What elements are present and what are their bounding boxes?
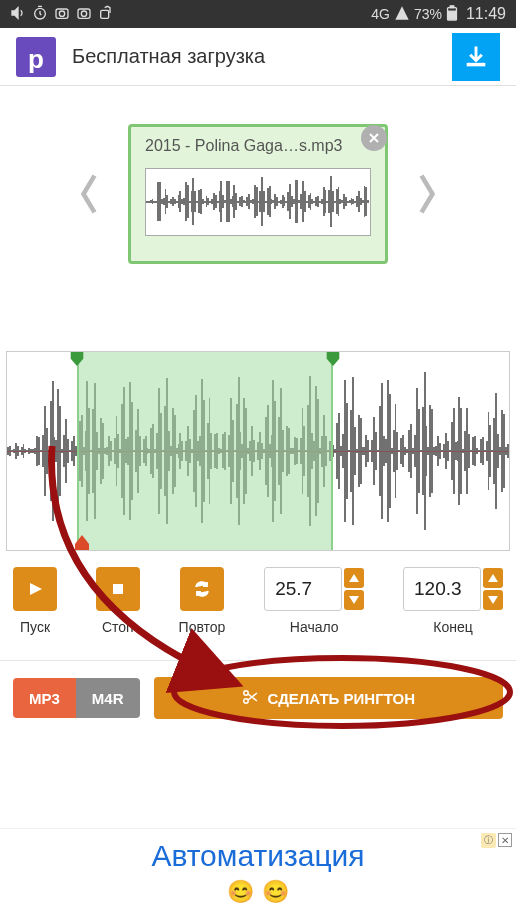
network-type: 4G [371,6,390,22]
svg-point-4 [81,11,86,16]
svg-rect-9 [113,584,123,594]
svg-point-2 [59,11,64,16]
close-file-button[interactable] [361,125,387,151]
scissors-icon [242,689,258,708]
file-name: 2015 - Polina Gaga…s.mp3 [145,137,371,155]
battery-text: 73% [414,6,442,22]
status-bar: 4G 73% 11:49 [0,0,516,28]
start-label: Начало [290,619,339,635]
ad-banner-bottom[interactable]: ⓘ ✕ Автоматизация 😊 😊 [0,828,516,923]
start-time-input[interactable] [264,567,342,611]
playhead-handle[interactable] [71,532,93,551]
clock: 11:49 [466,5,506,23]
selection-region[interactable] [77,352,333,550]
start-decrement[interactable] [344,590,364,610]
ad-logo-icon: p [16,37,56,77]
ad-info-badge[interactable]: ⓘ [481,833,496,848]
signal-icon [394,5,410,24]
share-icon [98,5,114,24]
end-label: Конец [433,619,472,635]
repeat-button[interactable] [180,567,224,611]
file-waveform-preview [145,168,371,236]
make-ringtone-label: СДЕЛАТЬ РИНГТОН [268,690,415,707]
ad-text: Бесплатная загрузка [72,45,436,68]
download-icon[interactable] [452,33,500,81]
timer-icon [32,5,48,24]
ad-banner-top[interactable]: p Бесплатная загрузка [0,28,516,86]
battery-icon [446,5,458,24]
svg-rect-8 [448,11,455,19]
format-toggle[interactable]: MP3 M4R [13,678,140,718]
play-button[interactable] [13,567,57,611]
ad-close-button[interactable]: ✕ [498,833,512,847]
play-label: Пуск [20,619,50,635]
end-decrement[interactable] [483,590,503,610]
format-mp3[interactable]: MP3 [13,678,76,718]
start-handle[interactable] [68,351,86,368]
end-handle[interactable] [324,351,342,368]
stop-button[interactable] [96,567,140,611]
file-card[interactable]: 2015 - Polina Gaga…s.mp3 [128,124,388,264]
start-increment[interactable] [344,568,364,588]
svg-point-11 [243,698,247,702]
bottom-ad-title: Автоматизация [151,839,364,873]
end-time-input[interactable] [403,567,481,611]
next-chevron-icon[interactable] [412,164,442,224]
make-ringtone-button[interactable]: СДЕЛАТЬ РИНГТОН [154,677,503,719]
svg-point-10 [243,690,247,694]
prev-chevron-icon[interactable] [74,164,104,224]
camera-icon-2 [76,5,92,24]
format-m4r[interactable]: M4R [76,678,140,718]
svg-rect-7 [450,5,454,7]
svg-rect-5 [101,10,109,18]
end-increment[interactable] [483,568,503,588]
repeat-label: Повтор [179,619,226,635]
camera-icon-1 [54,5,70,24]
stop-label: Стоп [102,619,134,635]
volume-icon [10,5,26,24]
waveform-editor[interactable] [6,351,510,551]
